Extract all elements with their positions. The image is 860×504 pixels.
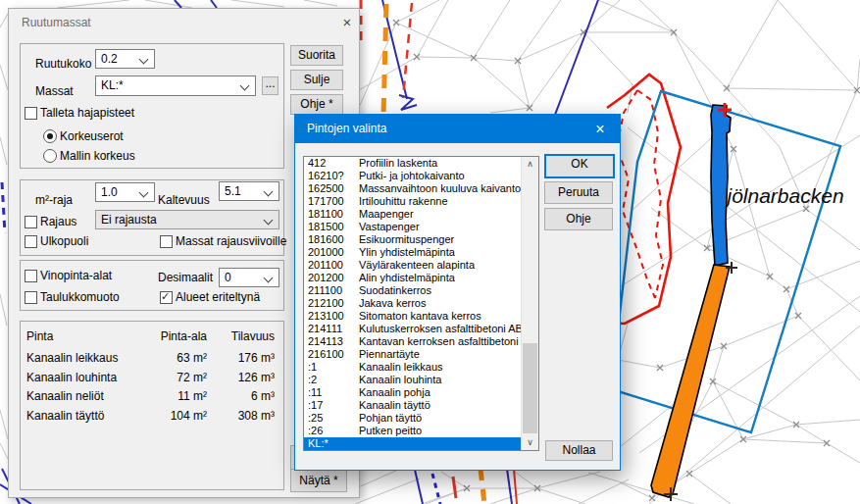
desimaalit-select[interactable]: 0 [219, 268, 279, 287]
channel-blue-segment [711, 105, 731, 266]
table-row: Kanaalin täyttö104 m²308 m³ [26, 409, 278, 423]
ulkopuoli-label: Ulkopuoli [40, 234, 88, 248]
rajaus-checkbox[interactable] [25, 216, 37, 228]
surface-list-item[interactable]: :26Putken peitto [304, 425, 522, 437]
surface-list-item[interactable]: 214113Kantavan kerroksen asfalttibetoni [304, 335, 522, 348]
massat-label: Massat [35, 84, 74, 98]
massat-browse-button[interactable]: ... [262, 76, 278, 95]
map-place-label: Mjölnarbacken [710, 184, 844, 207]
surface-list-item[interactable]: 162500Massanvaihtoon kuuluva kaivanto [304, 182, 522, 195]
channel-segments [651, 105, 731, 497]
ruutukoko-label: Ruutukoko [35, 57, 91, 71]
kaltevuus-select[interactable]: 5.1 [219, 181, 279, 201]
channel-orange-segment [651, 265, 730, 497]
surface-list-item[interactable]: :2Kanaalin louhinta [304, 374, 522, 386]
massat-rajausviivoille-checkbox[interactable] [160, 235, 173, 248]
chevron-down-icon [264, 274, 274, 283]
rajaus-tapa-select[interactable]: Ei rajausta [95, 210, 279, 229]
surface-list-item[interactable]: KL:* [304, 437, 522, 450]
orange-dashed-line [383, 4, 386, 116]
taulukkomuoto-checkbox[interactable] [25, 291, 37, 304]
ok-button[interactable]: OK [544, 154, 615, 178]
massat-select[interactable]: KL:* [95, 76, 256, 96]
vinopinta-alat-label: Vinopinta-alat [40, 269, 112, 282]
ulkopuoli-checkbox[interactable] [25, 235, 37, 248]
surface-list-item[interactable]: 181600Esikuormituspenger [304, 233, 522, 246]
desimaalit-value: 0 [225, 271, 231, 284]
title-bar[interactable]: Pintojen valinta × [295, 115, 620, 143]
suorita-button[interactable]: Suorita [290, 45, 343, 66]
surface-list-item[interactable]: 213100Sitomaton kantava kerros [304, 310, 522, 323]
ohje-button[interactable]: Ohje * [290, 94, 343, 115]
m2-raja-label: m²-raja [35, 193, 73, 207]
scroll-up-icon[interactable]: ∧ [522, 157, 538, 172]
nollaa-button[interactable]: Nollaa [545, 440, 613, 461]
result-table-header: Pinta Pinta-ala Tilavuus [26, 329, 278, 343]
rajaus-label: Rajaus [40, 215, 76, 228]
m2-raja-select[interactable]: 1.0 [95, 182, 155, 202]
alueet-eriteltyna-label: Alueet eriteltynä [176, 290, 260, 304]
taulukkomuoto-label: Taulukkomuoto [40, 290, 120, 304]
surface-list-item[interactable]: 16210?Putki- ja johtokaivanto [304, 170, 522, 182]
check-icon: ✓ [161, 290, 170, 303]
kaltevuus-label: Kaltevuus [158, 193, 210, 207]
surface-list-item[interactable]: :17Kanaalin täyttö [304, 399, 522, 412]
alueet-eriteltyna-checkbox[interactable]: ✓ [160, 291, 173, 304]
table-row: Kanaalin neliöt11 m²6 m³ [26, 389, 278, 403]
m2-raja-value: 1.0 [101, 185, 118, 199]
surface-list-item[interactable]: 181500Vastapenger [304, 221, 522, 233]
chevron-down-icon [264, 216, 274, 226]
app-stage: Mjölnarbacken Ruutumassat × Ruutukoko 0.… [0, 0, 860, 504]
scrollbar-thumb[interactable] [523, 343, 537, 433]
surface-list-item[interactable]: 216100Piennartäyte [304, 348, 522, 361]
surface-list-item[interactable]: 201100Väylärakenteen alapinta [304, 259, 522, 272]
close-icon[interactable]: × [585, 118, 615, 140]
table-row: Kanaalin leikkaus63 m²176 m³ [26, 351, 278, 365]
scrollbar[interactable]: ∧ ∨ [521, 157, 538, 450]
col-pinta-ala: Pinta-ala [119, 329, 207, 343]
col-tilavuus: Tilavuus [212, 329, 275, 343]
surface-list-item[interactable]: 412Profiilin laskenta [304, 157, 522, 170]
surface-list-item[interactable]: :25Pohjan täyttö [304, 412, 522, 425]
scroll-down-icon[interactable]: ∨ [522, 435, 538, 450]
radio-dot [47, 133, 53, 139]
peruuta-button[interactable]: Peruuta [544, 181, 613, 204]
surface-list-item[interactable]: :11Kanaalin pohja [304, 386, 522, 399]
surface-list-item[interactable]: 171700Irtilouhittu rakenne [304, 195, 522, 208]
table-row: Kanaalin louhinta72 m²126 m³ [26, 371, 278, 384]
mallin-korkeus-radio[interactable] [43, 149, 57, 163]
talleta-hajapisteet-label: Talleta hajapisteet [40, 106, 134, 120]
kaltevuus-value: 5.1 [225, 184, 241, 198]
mallin-korkeus-label: Mallin korkeus [60, 149, 135, 163]
chevron-down-icon [240, 81, 250, 91]
chevron-down-icon [139, 188, 149, 198]
close-icon[interactable]: × [336, 13, 358, 32]
surface-list-item[interactable]: 211100Suodatinkerros [304, 284, 522, 297]
korkeuserot-radio[interactable] [43, 129, 57, 143]
talleta-hajapisteet-checkbox[interactable] [25, 107, 37, 120]
chevron-down-icon [139, 55, 149, 65]
surface-list-item[interactable]: :1Kanaalin leikkaus [304, 361, 522, 374]
chevron-down-icon [264, 187, 274, 197]
rajaus-tapa-value: Ei rajausta [101, 213, 157, 227]
result-table: Pinta Pinta-ala Tilavuus Kanaalin leikka… [20, 321, 284, 490]
surface-list[interactable]: 412Profiilin laskenta16210?Putki- ja joh… [303, 156, 539, 451]
surface-list-item[interactable]: 181100Maapenger [304, 208, 522, 221]
surface-list-item[interactable]: 214111Kulutuskerroksen asfalttibetoni AB [304, 323, 522, 335]
nayta-button[interactable]: Näytä * [290, 469, 347, 492]
massat-rajausviivoille-label: Massat rajausviivoille [176, 234, 286, 248]
surface-list-item[interactable]: 212100Jakava kerros [304, 297, 522, 310]
window-title: Pintojen valinta [307, 122, 386, 135]
korkeuserot-label: Korkeuserot [60, 129, 124, 143]
desimaalit-label: Desimaalit [158, 271, 213, 284]
pipe-end-zigzag-icon [399, 95, 417, 110]
surface-list-item[interactable]: 201000Ylin yhdistelmäpinta [304, 246, 522, 259]
window-title: Ruutumassat [22, 16, 91, 29]
ruutukoko-value: 0.2 [101, 52, 118, 66]
sulje-button[interactable]: Sulje [290, 70, 343, 90]
col-pinta: Pinta [26, 329, 53, 343]
ruutukoko-select[interactable]: 0.2 [95, 49, 155, 69]
vinopinta-alat-checkbox[interactable] [25, 270, 37, 282]
ohje-button[interactable]: Ohje [544, 208, 613, 230]
surface-list-item[interactable]: 201200Alin yhdistelmäpinta [304, 272, 522, 284]
